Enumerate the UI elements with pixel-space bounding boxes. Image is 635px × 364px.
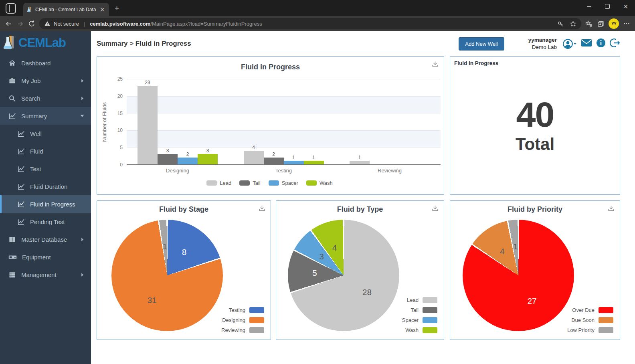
sidebar-item-equipment[interactable]: Equipment [0,248,91,266]
legend-swatch [249,307,264,313]
tab-close-icon[interactable]: ✕ [99,6,106,13]
legend-item-wash[interactable]: Wash [306,180,333,186]
minimize-button[interactable] [580,0,598,13]
download-icon[interactable] [431,61,439,70]
bar-value-label: 4 [252,145,255,150]
legend-item-lead[interactable]: Lead [402,297,437,303]
legend-item-spacer[interactable]: Spacer [402,317,437,323]
legend-item-over-due[interactable]: Over Due [567,307,613,313]
fluid-by-type-pie: 28534 [288,220,399,331]
legend-item-spacer[interactable]: Spacer [269,180,298,186]
sidebar-item-master-database[interactable]: Master Database [0,231,91,248]
legend-swatch [239,180,250,186]
bar-slot: 1 [284,79,304,164]
back-icon[interactable] [5,20,12,28]
logout-icon[interactable] [610,38,620,50]
sidebar-item-label: Fluid [30,148,43,155]
chart-icon [8,112,16,120]
pie-value-label-spacer: 3 [319,252,324,261]
bar-value-label: 3 [206,148,209,154]
bar-slot: 1 [350,79,370,164]
sidebar-item-fluid-in-progress[interactable]: Fluid in Progress [0,195,91,213]
download-icon[interactable] [258,205,266,214]
security-label[interactable]: Not secure [54,21,79,27]
legend-item-wash[interactable]: Wash [402,327,437,333]
add-new-well-button[interactable]: Add New Well [459,37,504,51]
search-icon [8,95,16,102]
profile-avatar[interactable]: YY [609,18,619,29]
password-key-icon[interactable] [557,20,564,27]
chart-icon [17,183,25,190]
address-bar[interactable]: Not secure | cemlab.pvisoftware.com/Main… [39,18,581,29]
bar-slot: 1 [304,79,324,164]
caret-down-icon [80,113,85,118]
legend-label: Low Priority [567,327,595,333]
sidebar-item-test[interactable]: Test [0,160,91,178]
refresh-icon[interactable] [28,20,35,27]
legend-swatch [599,327,613,333]
legend-label: Wash [405,327,419,333]
legend-swatch [423,317,437,323]
maximize-button[interactable] [598,0,617,13]
bar-tail-designing [158,154,178,164]
legend-item-tail[interactable]: Tail [239,180,261,186]
mail-icon[interactable] [581,38,592,49]
legend-swatch [249,317,264,323]
bar-slot [370,79,390,164]
download-icon[interactable] [607,205,615,214]
caret-right-icon [80,273,85,277]
legend-swatch [423,327,437,333]
sidebar-item-fluid[interactable]: Fluid [0,142,91,160]
briefcase-icon [8,77,16,85]
new-tab-button[interactable]: + [115,4,119,13]
sidebar-item-label: Dashboard [21,60,51,67]
legend-label: Over Due [572,307,595,313]
sidebar-item-label: Test [30,166,41,172]
sidebar-item-my-job[interactable]: My Job [0,72,91,89]
content-header: Summary > Fluid in Progress Add New Well… [91,31,635,56]
legend-item-low-priority[interactable]: Low Priority [567,327,613,333]
info-icon[interactable] [596,38,606,49]
window-controls: ✕ [580,0,635,13]
url-text[interactable]: cemlab.pvisoftware.com/MainPage.aspx?loa… [90,21,262,27]
add-favorite-star-icon[interactable] [570,20,576,27]
close-button[interactable]: ✕ [617,0,635,13]
favorites-bar-icon[interactable] [585,20,593,28]
sidebar-item-well[interactable]: Well [0,125,91,142]
browser-tab[interactable]: CEMLab - Cement Lab Data Man ✕ [23,3,109,16]
user-block: yymanager Demo Lab [528,36,557,51]
bar-slot: 3 [158,79,178,164]
legend-item-reviewing[interactable]: Reviewing [221,327,264,333]
legend-item-lead[interactable]: Lead [206,180,231,186]
bar-tail-testing [264,158,284,164]
legend-label: Spacer [282,180,298,186]
sidebar-item-search[interactable]: Search [0,89,91,107]
pie-legend: TestingDesigningReviewing [221,303,264,333]
legend-item-due-soon[interactable]: Due Soon [567,317,613,323]
favicon-flask-icon [26,6,32,12]
bar-legend: LeadTailSpacerWash [99,180,441,186]
workspaces-icon[interactable] [6,3,16,14]
browser-menu-icon[interactable] [623,20,630,27]
legend-swatch [269,180,279,186]
logo-flask-icon [3,35,17,51]
forward-icon[interactable] [16,20,24,28]
legend-item-tail[interactable]: Tail [402,307,437,313]
browser-toolbar: Not secure | cemlab.pvisoftware.com/Main… [0,16,635,31]
download-icon[interactable] [431,205,439,214]
sidebar-item-management[interactable]: Management [0,266,91,283]
app-logo[interactable]: CEMLab [0,31,91,54]
pie-value-label-wash: 4 [332,243,337,253]
legend-item-testing[interactable]: Testing [221,307,264,313]
fluid-by-stage-card: Fluid by Stage 8311 TestingDesigningRevi… [97,200,271,340]
sidebar-item-summary[interactable]: Summary [0,107,91,125]
bar-slot [390,79,410,164]
collections-icon[interactable] [597,20,605,28]
sidebar-item-dashboard[interactable]: Dashboard [0,54,91,72]
user-profile-icon[interactable] [562,38,577,49]
legend-item-designing[interactable]: Designing [221,317,264,323]
sidebar-item-pending-test[interactable]: Pending Test [0,213,91,231]
sidebar-item-label: Master Database [21,236,67,243]
sidebar-item-fluid-duration[interactable]: Fluid Duration [0,178,91,195]
pie-value-label-low-priority: 1 [513,242,518,251]
